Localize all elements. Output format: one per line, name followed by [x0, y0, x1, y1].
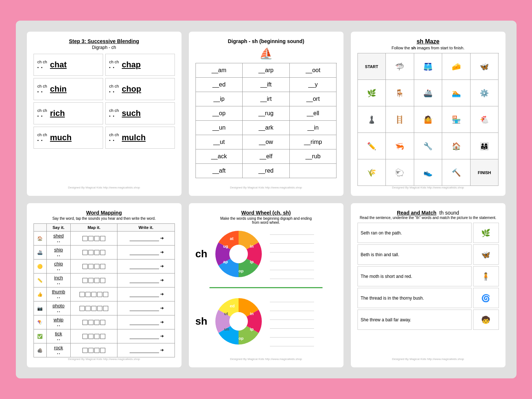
row-map [71, 287, 117, 301]
rm-sentence-4: The thread is in the thorny bush. [357, 288, 472, 308]
sh-cell: __ift [243, 78, 290, 92]
maze-cell: 🔧 [414, 133, 443, 159]
blend-word: chap [122, 60, 141, 70]
blend-cell: ch ch• • rich [34, 102, 103, 124]
maze-cell: ✏️ [358, 133, 386, 159]
sh-cell: __ow [243, 135, 290, 149]
card4-title: Word Mapping [86, 210, 122, 216]
write-line [270, 238, 314, 244]
ch-wheel: at in ip op ap ug [213, 228, 264, 280]
row-icon: 🏠 [34, 232, 46, 246]
table-row: ✅ tick• • ➜ [34, 329, 175, 343]
card1-title: Step 3: Successive Blending [69, 38, 139, 44]
svg-text:in: in [250, 244, 254, 248]
sh-cell: __ed [196, 78, 243, 92]
svg-point-7 [229, 312, 248, 331]
sh-cell: __aft [196, 164, 243, 178]
card6-title-suffix: th sound [439, 210, 459, 216]
card-read-match: Read and Match th sound Read the sentenc… [351, 203, 505, 367]
ch-wheel-section: ch at in ip op a [195, 228, 337, 280]
card6-title-row: Read and Match th sound [397, 210, 459, 216]
blend-cell: ch ch• • much [34, 127, 103, 149]
ch-lines [270, 229, 337, 279]
blend-word: chat [50, 60, 67, 70]
row-write: ➜ [117, 301, 175, 315]
col-icon [34, 224, 46, 232]
blending-grid: ch ch• • chat ch ch• • chap ch ch• • chi… [34, 54, 175, 149]
sh-cell: __ip [196, 92, 243, 106]
row-map [71, 301, 117, 315]
blend-letters: ch ch• • [109, 108, 119, 119]
blend-word: chin [50, 84, 67, 94]
sh-cell: __red [243, 164, 290, 178]
maze-cell: 🤷 [414, 106, 443, 133]
row-map [71, 246, 117, 259]
blend-word: chop [122, 84, 141, 94]
row-map [71, 343, 117, 357]
blend-cell: ch ch• • such [105, 102, 175, 124]
svg-text:op: op [239, 336, 244, 340]
card-successive-blending: Step 3: Successive Blending Digraph - ch… [27, 32, 182, 196]
maze-cell: 🌿 [358, 80, 386, 106]
maze-cell: 🐑 [386, 159, 414, 186]
sh-wheel: ed in ip op un ut [213, 296, 264, 347]
svg-text:ut: ut [224, 311, 228, 316]
maze-cell: 🏊 [442, 80, 471, 106]
blend-letters: ch ch• • [109, 132, 119, 144]
row-write: ➜ [117, 329, 175, 343]
col-map: Map it. [71, 224, 117, 232]
sh-cell: __arp [243, 63, 290, 78]
blend-letters: ch ch• • [38, 59, 47, 71]
maze-finish: FINISH [471, 159, 499, 186]
maze-cell: 🪜 [386, 106, 414, 133]
row-icon: ✅ [34, 329, 46, 343]
table-row: 📏 inch• • ➜ [34, 273, 175, 287]
row-write: ➜ [117, 315, 175, 329]
write-line [270, 340, 314, 346]
card-digraph-sh: Digraph - sh (beginning sound) ⛵ __am __… [189, 32, 343, 196]
sh-cell: __op [196, 106, 243, 121]
svg-text:op: op [239, 269, 244, 273]
maze-cell: 👟 [414, 159, 443, 186]
main-container: Step 3: Successive Blending Digraph - ch… [16, 21, 517, 378]
card5-footer: Designed By Magical Kids http://www.magi… [230, 357, 302, 361]
write-line [270, 273, 314, 279]
write-line [270, 296, 314, 302]
svg-text:un: un [224, 327, 229, 331]
blend-letters: ch ch• • [38, 108, 47, 119]
rm-image-2: 🦋 [473, 244, 499, 265]
maze-start: START [358, 53, 386, 80]
card3-title: sh Maze [416, 38, 439, 45]
svg-text:ug: ug [223, 244, 228, 248]
row-word: inch• • [46, 273, 71, 287]
row-write: ➜ [117, 232, 175, 246]
maze-cell: 🌾 [358, 159, 386, 186]
table-row: 🪁 whip• • ➜ [34, 315, 175, 329]
divider-bar [209, 287, 323, 288]
rm-image-4: 🌀 [473, 288, 499, 308]
blend-word: much [50, 133, 72, 142]
sh-cell: __un [196, 121, 243, 135]
rm-image-3: 🧍 [473, 266, 499, 286]
blend-word: such [122, 109, 141, 118]
row-map [71, 315, 117, 329]
row-icon: 🚢 [34, 246, 46, 259]
row-word: shed• • [46, 232, 71, 246]
row-map [71, 259, 117, 273]
table-row: 👍 thumb• • ➜ [34, 287, 175, 301]
table-row: 🏠 shed• • ➜ [34, 232, 175, 246]
svg-text:ed: ed [230, 304, 235, 308]
row-icon: 🟡 [34, 259, 46, 273]
row-icon: 🪁 [34, 315, 46, 329]
card1-subtitle: Digraph - ch [92, 45, 116, 50]
write-line [270, 323, 314, 329]
row-map [71, 273, 117, 287]
sh-cell: __rug [243, 106, 290, 121]
write-line [270, 314, 314, 320]
sh-cell: __am [196, 63, 243, 78]
sh-cell: __y [290, 78, 337, 92]
write-line [270, 332, 314, 338]
sh-cell: __elf [243, 149, 290, 164]
row-word: rock• • [46, 343, 71, 357]
row-map [71, 329, 117, 343]
